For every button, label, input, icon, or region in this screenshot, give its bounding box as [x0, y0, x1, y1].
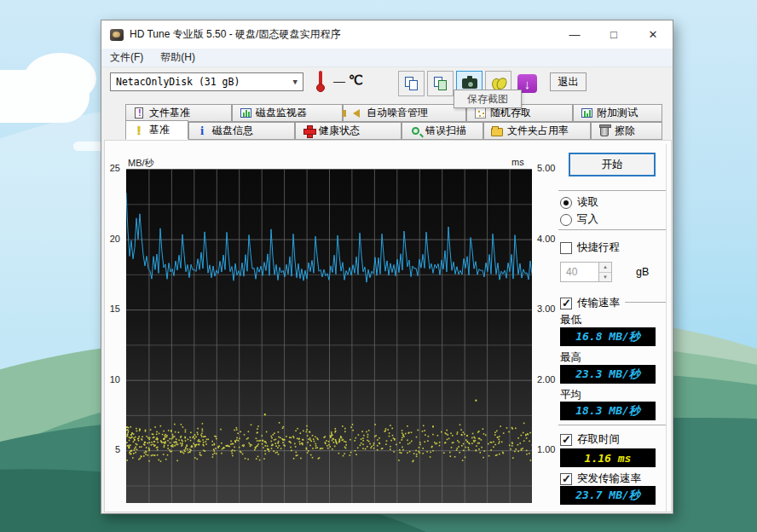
menu-help[interactable]: 帮助(H): [152, 50, 204, 65]
access-time-display: 1.16 ms: [560, 448, 656, 467]
transfer-rate-checkbox-icon[interactable]: [560, 298, 572, 309]
tab-disk-monitor[interactable]: 磁盘监视器: [232, 104, 343, 122]
checkbox-transfer-rate[interactable]: 传输速率: [560, 296, 620, 310]
y-right-tick: 5.00: [537, 163, 571, 173]
benchmark-chart-svg: [126, 169, 532, 503]
tab-health[interactable]: 健康状态: [295, 122, 402, 140]
tab-auto-acoustic[interactable]: 自动噪音管理: [343, 104, 466, 122]
y-right-axis-label: ms: [511, 157, 524, 167]
avg-label: 平均: [560, 388, 581, 402]
tooltip-save-screenshot: 保存截图: [454, 90, 522, 108]
y-left-tick: 5: [101, 444, 120, 454]
info-icon: i: [196, 125, 208, 137]
hdtune-window: HD Tune 专业版 5.50 - 硬盘/固态硬盘实用程序 — □ ✕ 文件(…: [101, 20, 673, 514]
disk-monitor-icon: [240, 107, 251, 119]
copy-image-button[interactable]: [398, 71, 425, 96]
short-stroke-checkbox-icon[interactable]: [560, 242, 572, 254]
magnifier-icon: [409, 125, 421, 137]
access-time-checkbox-icon[interactable]: [560, 434, 572, 446]
separator: [558, 190, 666, 191]
window-title: HD Tune 专业版 5.50 - 硬盘/固态硬盘实用程序: [130, 27, 340, 42]
camera-icon: [462, 78, 477, 89]
toolbar: NetacOnlyDisk (31 gB) ▼ — ℃: [101, 67, 673, 104]
min-value-display: 16.8 MB/秒: [560, 327, 656, 346]
exclamation-icon: !: [133, 124, 145, 136]
y-left-tick: 10: [101, 374, 120, 385]
burst-rate-checkbox-icon[interactable]: [560, 473, 572, 485]
menubar: 文件(F) 帮助(H): [101, 49, 673, 67]
desktop-wallpaper: HD Tune 专业版 5.50 - 硬盘/固态硬盘实用程序 — □ ✕ 文件(…: [0, 0, 757, 532]
drive-select-value: NetacOnlyDisk (31 gB): [116, 76, 240, 88]
maximize-button[interactable]: □: [594, 20, 633, 49]
checkbox-access-time[interactable]: 存取时间: [560, 432, 620, 447]
close-button[interactable]: ✕: [633, 20, 673, 49]
avg-value-display: 18.3 MB/秒: [560, 402, 656, 420]
radio-write-icon[interactable]: [560, 214, 572, 226]
tab-disk-info[interactable]: i 磁盘信息: [188, 122, 295, 140]
y-left-tick: 25: [101, 163, 120, 173]
tab-file-benchmark[interactable]: 文件基准: [125, 104, 232, 122]
health-cross-icon: [303, 125, 315, 137]
copy-text-button[interactable]: [427, 71, 454, 96]
cloud: [24, 53, 96, 104]
start-button[interactable]: 开始: [569, 153, 656, 176]
panel-edge-line: [666, 144, 667, 512]
tab-error-scan[interactable]: 错误扫描: [402, 122, 483, 140]
temperature-value: —: [333, 74, 345, 88]
minimize-button[interactable]: —: [555, 20, 594, 49]
app-icon: [110, 29, 124, 41]
spin-up-icon: ▲: [599, 263, 611, 273]
speaker-icon: [350, 107, 362, 119]
titlebar[interactable]: HD Tune 专业版 5.50 - 硬盘/固态硬盘实用程序 — □ ✕: [101, 20, 673, 49]
extra-tests-icon: [581, 107, 592, 119]
size-spinner-buttons[interactable]: ▲▼: [599, 262, 612, 282]
spin-down-icon: ▼: [599, 273, 611, 282]
drive-select-dropdown[interactable]: NetacOnlyDisk (31 gB) ▼: [110, 72, 303, 91]
chevron-down-icon: ▼: [293, 78, 298, 86]
min-label: 最低: [560, 313, 581, 327]
radio-read[interactable]: 读取: [560, 195, 598, 210]
burst-rate-display: 23.7 MB/秒: [560, 486, 656, 505]
menu-file[interactable]: 文件(F): [101, 50, 152, 65]
radio-read-icon[interactable]: [560, 197, 572, 209]
size-spinner[interactable]: 40: [560, 262, 599, 282]
trash-icon: [598, 125, 610, 137]
separator: [558, 229, 666, 230]
tab-benchmark[interactable]: ! 基准: [125, 120, 188, 140]
separator: [625, 302, 666, 303]
size-unit-label: gB: [636, 266, 649, 278]
max-label: 最高: [560, 350, 581, 365]
y-left-tick: 20: [101, 234, 120, 244]
benchmark-chart: [126, 169, 532, 503]
yellow-hands-icon: [492, 77, 506, 90]
tab-folder-usage[interactable]: 文件夹占用率: [483, 122, 591, 140]
tab-extra-tests[interactable]: 附加测试: [573, 104, 662, 122]
folder-icon: [491, 125, 503, 137]
y-left-tick: 15: [101, 304, 120, 314]
separator: [558, 425, 666, 425]
copy-pages-green-icon: [434, 77, 448, 90]
checkbox-burst-rate[interactable]: 突发传输速率: [560, 471, 641, 486]
max-value-display: 23.3 MB/秒: [560, 365, 656, 384]
radio-write[interactable]: 写入: [560, 212, 598, 227]
thermometer-icon: [316, 71, 325, 93]
copy-pages-icon: [405, 77, 419, 90]
checkbox-short-stroke[interactable]: 快捷行程: [560, 240, 620, 255]
temperature-unit: ℃: [349, 72, 363, 88]
file-benchmark-icon: [133, 107, 145, 119]
random-access-icon: [474, 107, 486, 119]
y-left-axis-label: MB/秒: [128, 157, 154, 170]
tab-erase[interactable]: 擦除: [591, 122, 662, 140]
exit-button[interactable]: 退出: [550, 72, 587, 91]
